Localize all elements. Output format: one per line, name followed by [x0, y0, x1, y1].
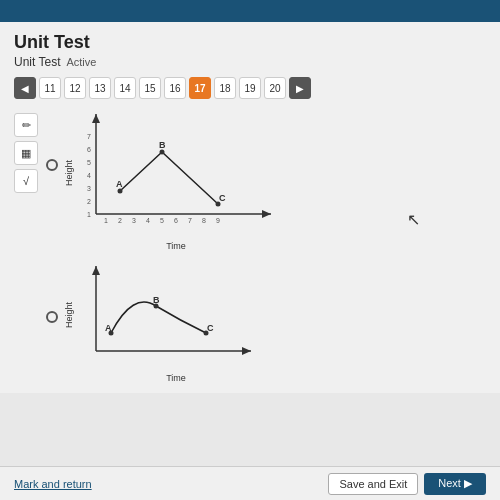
nav-page-13[interactable]: 13: [89, 77, 111, 99]
bottom-bar: Mark and return Save and Exit Next ▶: [0, 466, 500, 500]
graph1-container: Height 1 2 3 4: [64, 109, 276, 251]
svg-text:A: A: [116, 179, 123, 189]
svg-text:C: C: [219, 193, 226, 203]
subtitle-row: Unit Test Active: [14, 55, 486, 69]
graph2-x-label: Time: [76, 373, 276, 383]
graph1-row: Height 1 2 3 4: [46, 109, 486, 251]
svg-text:9: 9: [216, 217, 220, 224]
svg-point-34: [154, 304, 159, 309]
nav-page-15[interactable]: 15: [139, 77, 161, 99]
graph1-svg: 1 2 3 4 5 6 7 1 2 3 4 5: [76, 109, 276, 239]
nav-page-18[interactable]: 18: [214, 77, 236, 99]
svg-text:B: B: [153, 295, 160, 305]
bottom-buttons: Save and Exit Next ▶: [328, 473, 486, 495]
graphs-column: Height 1 2 3 4: [46, 109, 486, 383]
svg-point-24: [160, 150, 165, 155]
graph2-inner: A B C Time: [76, 261, 276, 383]
pencil-tool-button[interactable]: ✏: [14, 113, 38, 137]
svg-point-23: [118, 189, 123, 194]
svg-text:5: 5: [87, 159, 91, 166]
svg-text:C: C: [207, 323, 214, 333]
save-exit-button[interactable]: Save and Exit: [328, 473, 418, 495]
graph2-svg: A B C: [76, 261, 276, 371]
graph2-container: Height A B: [64, 261, 276, 383]
nav-page-20[interactable]: 20: [264, 77, 286, 99]
nav-row: ◀ 11 12 13 14 15 16 17 18 19 20 ▶: [14, 77, 486, 99]
svg-text:1: 1: [104, 217, 108, 224]
svg-text:7: 7: [188, 217, 192, 224]
svg-text:B: B: [159, 140, 166, 150]
graph2-row: Height A B: [46, 261, 486, 383]
left-tools: ✏ ▦ √: [14, 113, 38, 383]
calculator-tool-button[interactable]: ▦: [14, 141, 38, 165]
svg-marker-28: [92, 266, 100, 275]
svg-point-35: [204, 331, 209, 336]
graph1-radio[interactable]: [46, 159, 58, 171]
svg-text:6: 6: [87, 146, 91, 153]
next-button[interactable]: Next ▶: [424, 473, 486, 495]
nav-page-11[interactable]: 11: [39, 77, 61, 99]
svg-text:8: 8: [202, 217, 206, 224]
svg-marker-2: [92, 114, 100, 123]
sqrt-tool-button[interactable]: √: [14, 169, 38, 193]
graph1-y-label: Height: [64, 160, 74, 186]
top-bar: [0, 0, 500, 22]
graph2-radio[interactable]: [46, 311, 58, 323]
svg-text:6: 6: [174, 217, 178, 224]
nav-page-19[interactable]: 19: [239, 77, 261, 99]
svg-point-25: [216, 202, 221, 207]
svg-text:2: 2: [87, 198, 91, 205]
svg-text:4: 4: [87, 172, 91, 179]
nav-page-12[interactable]: 12: [64, 77, 86, 99]
svg-text:5: 5: [160, 217, 164, 224]
status-badge: Active: [66, 56, 96, 68]
svg-marker-29: [242, 347, 251, 355]
svg-text:3: 3: [132, 217, 136, 224]
mark-and-return-link[interactable]: Mark and return: [14, 478, 92, 490]
svg-marker-3: [262, 210, 271, 218]
graph1-x-label: Time: [76, 241, 276, 251]
graph1-inner: 1 2 3 4 5 6 7 1 2 3 4 5: [76, 109, 276, 251]
nav-page-17[interactable]: 17: [189, 77, 211, 99]
svg-text:4: 4: [146, 217, 150, 224]
main-body: ✏ ▦ √ Height: [14, 109, 486, 383]
svg-text:1: 1: [87, 211, 91, 218]
nav-next-button[interactable]: ▶: [289, 77, 311, 99]
content-area: Unit Test Unit Test Active ◀ 11 12 13 14…: [0, 22, 500, 393]
svg-text:7: 7: [87, 133, 91, 140]
graph2-y-label: Height: [64, 302, 74, 328]
subtitle-label: Unit Test: [14, 55, 60, 69]
nav-page-14[interactable]: 14: [114, 77, 136, 99]
nav-page-16[interactable]: 16: [164, 77, 186, 99]
nav-prev-button[interactable]: ◀: [14, 77, 36, 99]
svg-text:2: 2: [118, 217, 122, 224]
svg-point-33: [109, 331, 114, 336]
svg-text:3: 3: [87, 185, 91, 192]
page-title: Unit Test: [14, 32, 486, 53]
